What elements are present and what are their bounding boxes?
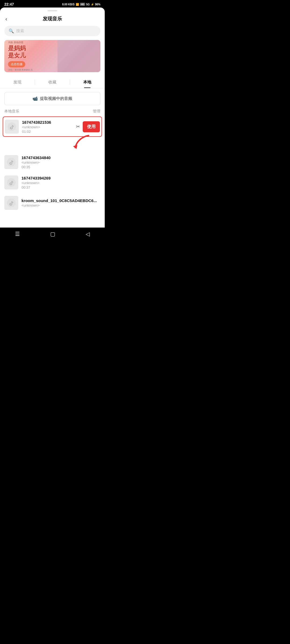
page-header: ‹ 发现音乐 (0, 13, 105, 26)
music-item-4[interactable]: kroom_sound_101_0C8C5AD4EBDC6... <unknow… (3, 193, 102, 213)
tab-local[interactable]: 本地 (70, 76, 105, 88)
status-icons: 8.00 KB/S 📶 HD 5G ⚡ 96% (62, 3, 101, 6)
use-button-1[interactable]: 使用 (83, 121, 100, 132)
banner-shoot-button[interactable]: 点击拍摄 (8, 61, 25, 67)
search-icon: 🔍 (9, 28, 14, 34)
svg-point-0 (8, 122, 16, 131)
music-duration-2: 00:35 (21, 165, 100, 169)
music-info-3: 1674743394269 <unknown> 00:37 (21, 176, 100, 189)
nav-home-icon[interactable]: ▢ (50, 231, 55, 237)
manage-button[interactable]: 管理 (93, 109, 100, 114)
search-bar[interactable]: 🔍 搜索 (4, 26, 100, 36)
music-name-3: 1674743394269 (21, 176, 100, 180)
music-item-3[interactable]: 1674743394269 <unknown> 00:37 (3, 172, 102, 193)
music-name-1: 1674743821536 (22, 120, 73, 125)
nav-back-icon[interactable]: ◁ (86, 231, 90, 237)
signal-icon: 5G (86, 3, 90, 6)
search-placeholder: 搜索 (16, 28, 24, 34)
banner-text: 河曲 唐钱倍蕾 是妈妈 是女儿 点击拍摄 演唱：黄绮珊 希林娜依·高 (4, 40, 33, 72)
scissors-icon-1[interactable]: ✂ (76, 124, 80, 130)
svg-point-3 (7, 178, 16, 187)
tab-collection[interactable]: 收藏 (35, 76, 70, 88)
music-actions-1: ✂ 使用 (76, 121, 100, 132)
tab-discover[interactable]: 发现 (0, 76, 35, 88)
music-name-2: 1674743634840 (21, 155, 100, 160)
svg-point-4 (7, 199, 16, 207)
tabs-container: 发现 收藏 本地 (0, 76, 105, 88)
wifi-icon: 📶 (76, 3, 79, 6)
status-bar: 22:47 8.00 KB/S 📶 HD 5G ⚡ 96% (0, 0, 105, 8)
music-artist-2: <unknown> (21, 160, 100, 164)
banner-title-line1: 是妈妈 (8, 45, 33, 52)
music-item-2[interactable]: 1674743634840 <unknown> 00:35 (3, 152, 102, 172)
music-thumb-4 (4, 196, 18, 210)
music-thumb-1 (5, 120, 19, 134)
music-item-wrapper-1: 1674743821536 <unknown> 01:02 ✂ 使用 (3, 116, 102, 150)
banner-subtitle-top: 河曲 唐钱倍蕾 (8, 41, 33, 44)
music-info-2: 1674743634840 <unknown> 00:35 (21, 155, 100, 169)
svg-point-2 (7, 158, 16, 166)
music-list: 1674743821536 <unknown> 01:02 ✂ 使用 (0, 116, 105, 213)
speed-indicator: 8.00 KB/S (62, 3, 75, 6)
section-title: 本地音乐 (4, 109, 19, 114)
arrow-svg (70, 134, 91, 150)
banner[interactable]: 河曲 唐钱倍蕾 是妈妈 是女儿 点击拍摄 演唱：黄绮珊 希林娜依·高 (4, 40, 100, 72)
music-duration-1: 01:02 (22, 130, 73, 134)
arrow-annotation (3, 134, 102, 150)
music-info-4: kroom_sound_101_0C8C5AD4EBDC6... <unknow… (21, 198, 100, 207)
music-name-4: kroom_sound_101_0C8C5AD4EBDC6... (21, 198, 100, 203)
music-artist-4: <unknown> (21, 203, 100, 207)
battery-level: 96% (95, 3, 100, 6)
nav-menu-icon[interactable]: ☰ (15, 231, 20, 237)
status-time: 22:47 (4, 2, 14, 6)
extract-audio-button[interactable]: 📹 提取视频中的音频 (4, 92, 100, 105)
music-artist-1: <unknown> (22, 125, 73, 129)
battery-icon: ⚡ (91, 3, 94, 6)
music-thumb-2 (4, 155, 18, 169)
music-item-1[interactable]: 1674743821536 <unknown> 01:02 ✂ 使用 (3, 116, 102, 137)
music-thumb-3 (4, 175, 18, 189)
back-button[interactable]: ‹ (5, 16, 7, 22)
music-artist-3: <unknown> (21, 181, 100, 185)
banner-singer: 演唱：黄绮珊 希林娜依·高 (8, 68, 33, 71)
page-title: 发现音乐 (43, 16, 62, 22)
section-header: 本地音乐 管理 (0, 109, 105, 116)
drag-handle-bar (48, 10, 57, 11)
banner-title-line2: 是女儿 (8, 52, 33, 59)
music-duration-3: 00:37 (21, 185, 100, 189)
bottom-nav: ☰ ▢ ◁ (0, 228, 105, 243)
banner-image (57, 40, 100, 72)
drag-handle[interactable] (0, 8, 105, 13)
hd-badge: HD (80, 3, 85, 6)
music-info-1: 1674743821536 <unknown> 01:02 (22, 120, 73, 134)
main-sheet: ‹ 发现音乐 🔍 搜索 河曲 唐钱倍蕾 是妈妈 是女儿 点击拍摄 演唱：黄绮珊 … (0, 8, 105, 228)
extract-icon: 📹 (32, 96, 38, 101)
extract-label: 提取视频中的音频 (40, 96, 72, 101)
